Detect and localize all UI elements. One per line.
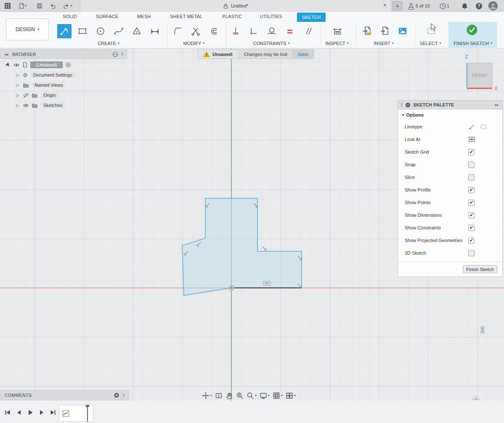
snap-checkbox[interactable] [468,162,475,168]
panel-grip[interactable]: ‖ [122,52,123,56]
expand-panel-icon[interactable]: ▸▸ [494,103,499,107]
offset-tool-icon[interactable] [206,24,220,38]
expand-arrow-icon[interactable]: ▷ [15,103,20,108]
play-icon[interactable] [27,409,34,416]
show-points-checkbox[interactable] [468,200,475,206]
horizontal-constraint-icon[interactable] [263,281,270,285]
select-group-label[interactable]: SELECT▾ [410,41,451,46]
help-icon[interactable]: ? [474,1,484,11]
canvas-icon[interactable] [395,24,410,38]
display-settings-icon[interactable]: ▾ [260,392,270,399]
step-forward-icon[interactable] [38,409,45,416]
tangent-constraint-icon[interactable] [265,24,279,38]
show-dimensions-checkbox[interactable] [468,212,475,218]
parallel-constraint-icon[interactable] [301,24,315,38]
insert-mesh-icon[interactable] [378,24,392,38]
tree-row-named-views[interactable]: ▷ Named Views [0,80,127,90]
clock-icon[interactable] [438,1,448,11]
step-back-icon[interactable] [16,409,22,416]
tab-plastic[interactable]: PLASTIC [222,14,242,19]
eye-icon[interactable] [23,103,29,108]
tab-sheet-metal[interactable]: SHEET METAL [170,14,203,19]
insert-svg-icon[interactable] [360,24,374,38]
skip-to-start-icon[interactable] [4,409,11,416]
origin-point[interactable] [228,285,234,291]
panel-grip[interactable]: ‖ [401,103,403,107]
eye-icon[interactable] [13,62,20,68]
avatar[interactable] [488,1,498,11]
equal-constraint-icon[interactable] [283,24,297,38]
view-cube[interactable]: Z FRONT X [462,51,502,91]
insert-group-label[interactable]: INSERT▾ [363,41,404,46]
tab-surface[interactable]: SURFACE [96,14,118,19]
expand-arrow-icon[interactable]: ▷ [15,93,20,98]
tab-utilities[interactable]: UTILITIES [260,14,282,19]
file-menu-icon[interactable]: ▾ [15,1,29,11]
fillet-tool-icon[interactable] [171,24,185,38]
timeline-marker[interactable] [87,405,88,422]
bell-icon[interactable] [459,1,470,11]
trim-tool-icon[interactable] [188,24,203,38]
show-constraints-checkbox[interactable] [468,225,475,231]
sketch-profile[interactable] [182,198,302,295]
rectangle-tool-icon[interactable] [75,24,90,38]
expand-arrow-icon[interactable]: ▷ [15,73,20,77]
spline-tool-icon[interactable] [111,24,126,38]
constraints-group-label[interactable]: CONSTRAINTS▾ [246,41,297,46]
grid-settings-icon[interactable]: ▾ [273,392,283,399]
viewports-icon[interactable]: ▾ [286,392,296,399]
finish-sketch-button[interactable]: FINISH SKETCH▾ [448,41,497,46]
expand-arrow-icon[interactable]: ▷ [15,83,20,88]
browser-header[interactable]: ◂◂ BROWSER ‖ [0,49,127,59]
app-grid-icon[interactable] [3,1,13,11]
timeline-track[interactable] [59,405,93,422]
save-icon[interactable] [34,1,45,11]
modify-group-label[interactable]: MODIFY▾ [174,41,214,46]
look-at-nav-icon[interactable] [215,392,223,399]
document-name[interactable]: (Unsaved) [30,61,63,68]
skip-to-end-icon[interactable] [50,409,56,416]
slice-checkbox[interactable] [468,174,475,181]
add-comment-icon[interactable] [114,392,119,398]
tree-row-origin[interactable]: ▷ Origin [0,90,127,100]
3d-sketch-checkbox[interactable] [468,250,475,256]
panel-grip[interactable]: ‖ [123,393,125,398]
construction-line-icon[interactable] [468,123,475,130]
centerline-icon[interactable] [480,123,487,130]
collapse-browser-icon[interactable]: ◂◂ [4,52,9,56]
show-profile-checkbox[interactable] [468,187,475,193]
measure-icon[interactable] [330,24,345,38]
tab-mesh[interactable]: MESH [137,14,151,19]
minimize-panel-icon[interactable] [112,51,118,57]
viewcube-face-label[interactable]: FRONT [472,73,488,78]
redo-icon[interactable]: ▾ [61,1,75,11]
fix-constraint-icon[interactable] [228,24,243,38]
job-status-icon[interactable] [406,1,416,11]
look-at-icon[interactable] [468,136,475,143]
sketch-grid-checkbox[interactable] [468,149,475,155]
options-section-header[interactable]: ▾ Options [398,109,502,120]
sketch-dimension-icon[interactable] [148,24,162,38]
zoom-window-icon[interactable]: ▾ [247,392,257,399]
circle-tool-icon[interactable] [93,24,108,38]
palette-header[interactable]: ‖ SKETCH PALETTE ▸▸ [398,101,502,109]
tree-row-sketches[interactable]: ▷ Sketches [0,100,127,110]
pan-hand-icon[interactable] [225,392,233,399]
tree-row-root[interactable]: (Unsaved) [0,60,127,70]
sketch-feature-icon[interactable] [62,410,70,418]
new-tab-button[interactable]: + [393,1,402,11]
tab-sketch-active[interactable]: SKETCH [297,13,326,22]
tree-row-document-settings[interactable]: ▷ ⚙ Document Settings [0,70,127,80]
create-group-label[interactable]: CREATE▾ [88,41,129,46]
save-button[interactable]: Save [292,50,313,59]
document-tab[interactable]: Untitled* × [80,0,391,12]
polygon-tool-icon[interactable] [130,24,144,38]
orbit-icon[interactable]: ▾ [202,392,212,399]
finish-sketch-icon[interactable] [465,23,479,37]
activate-target-icon[interactable] [65,62,71,68]
tab-close-icon[interactable]: × [383,2,387,8]
finish-sketch-palette-button[interactable]: Finish Sketch [463,265,497,273]
show-projected-geometries-checkbox[interactable] [468,237,475,244]
workspace-switcher[interactable]: DESIGN ▾ [6,19,49,40]
coincident-constraint-icon[interactable] [247,24,261,38]
